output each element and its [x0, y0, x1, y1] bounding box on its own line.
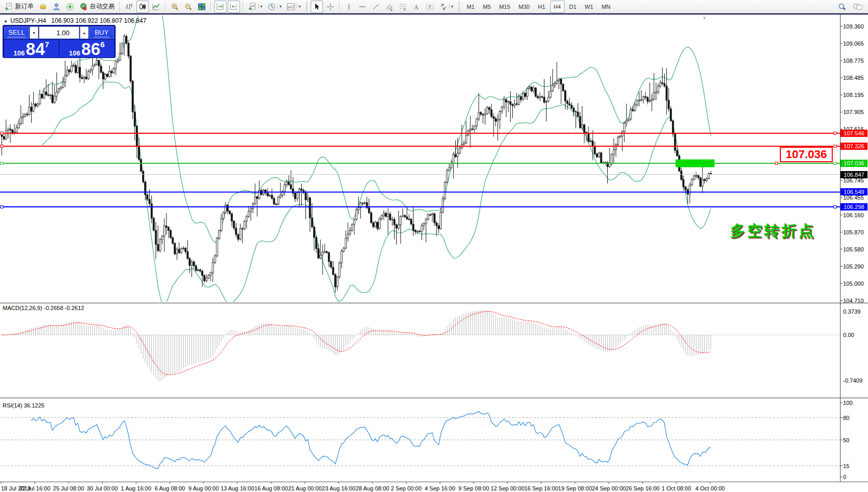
time-tick-label: 4 Oct 00:00: [691, 485, 730, 491]
text-icon: A: [412, 3, 421, 11]
volume-decrease-button[interactable]: ▼: [30, 26, 38, 39]
button-label: M30: [519, 4, 529, 10]
crosshair-button[interactable]: [324, 1, 337, 13]
line-anchor-handle[interactable]: [834, 132, 836, 135]
svg-text:+: +: [248, 5, 252, 11]
line-anchor-handle[interactable]: [834, 145, 836, 148]
candlestick-button[interactable]: [136, 1, 149, 13]
timeframe-M5-button[interactable]: M5: [479, 1, 494, 13]
dropdown-caret-icon[interactable]: ▾: [297, 4, 301, 9]
fibonacci-button[interactable]: F: [397, 1, 409, 13]
timeframe-H1-button[interactable]: H1: [534, 1, 549, 13]
line-anchor-handle[interactable]: [834, 206, 836, 208]
line-anchor-handle[interactable]: [1, 132, 3, 135]
volume-input[interactable]: 1.00: [39, 26, 79, 39]
price-level-label: 107.546: [841, 130, 867, 137]
dropdown-caret-icon[interactable]: ▾: [258, 4, 262, 9]
price-tick-label: 105.000: [843, 280, 867, 287]
macd-panel[interactable]: [0, 310, 840, 381]
rsi-tick-label: 0: [843, 473, 867, 481]
timeframe-MN-button[interactable]: MN: [598, 1, 614, 13]
buy-button[interactable]: BUY: [89, 26, 114, 39]
price-tick-label: 105.290: [843, 263, 867, 270]
timeframe-W1-button[interactable]: W1: [581, 1, 597, 13]
rsi-tick-label: 100: [843, 399, 867, 406]
collapse-triangle-icon[interactable]: ▲: [4, 19, 8, 23]
symbol-period-label: USDJPY-,H4: [10, 17, 46, 24]
shapes-icon: [439, 3, 447, 11]
toolbar-drag-handle[interactable]: [306, 2, 307, 12]
price-callout-box[interactable]: 107.036: [780, 147, 833, 162]
buy-price-tile[interactable]: 106 86 6: [60, 40, 114, 58]
line-anchor-handle[interactable]: [1, 206, 3, 208]
search-button[interactable]: [835, 1, 850, 13]
highlight-zone[interactable]: [676, 160, 715, 167]
tile-windows-button[interactable]: [195, 1, 208, 13]
timeframe-M1-button[interactable]: M1: [463, 1, 478, 13]
dropdown-caret-icon[interactable]: ▾: [449, 4, 453, 9]
chat-button[interactable]: [851, 1, 865, 13]
annotation-text[interactable]: 多空转折点: [730, 221, 829, 242]
bar-chart-button[interactable]: [123, 1, 135, 13]
last-bar-marker-icon[interactable]: ▼: [702, 16, 707, 21]
text-button[interactable]: A: [410, 1, 423, 13]
auto-scroll-button[interactable]: [214, 1, 227, 13]
profile-icon: [52, 3, 61, 11]
line-chart-button[interactable]: [150, 1, 162, 13]
line-anchor-handle[interactable]: [1, 162, 3, 165]
price-tick-label: 108.195: [843, 91, 867, 99]
chart-title: ▲USDJPY-,H4106.903 106.922 106.807 106.8…: [4, 17, 146, 24]
arrows-button[interactable]: ▾: [437, 1, 455, 13]
button-label: M15: [499, 4, 510, 10]
bollinger-lower-band: [42, 82, 711, 305]
auto-trading-icon: [79, 3, 88, 11]
price-tick-label: 108.485: [843, 74, 867, 81]
signal-button[interactable]: [64, 1, 76, 13]
zoom-in-button[interactable]: [169, 1, 181, 13]
profile-button[interactable]: [50, 1, 63, 13]
cursor-button[interactable]: [311, 1, 323, 13]
crosshair-icon: [326, 3, 334, 11]
chart-shift-button[interactable]: [228, 1, 240, 13]
sell-price-tile[interactable]: 106 84 7: [4, 40, 59, 58]
svg-text:E: E: [390, 8, 393, 11]
text-label-button[interactable]: T: [424, 1, 436, 13]
trendline-button[interactable]: [370, 1, 382, 13]
sell-price-sup: 7: [45, 41, 49, 48]
vertical-line-button[interactable]: [343, 1, 355, 13]
dropdown-caret-icon[interactable]: ▾: [277, 4, 282, 9]
volume-increase-button[interactable]: ▲: [80, 26, 89, 39]
clock-icon: [268, 3, 276, 11]
periods-button[interactable]: ▾: [265, 1, 284, 13]
templates-button[interactable]: ▾: [285, 1, 303, 13]
main-price-panel[interactable]: [1, 15, 712, 305]
price-tick-label: 104.710: [843, 297, 867, 304]
button-label: MN: [601, 4, 610, 10]
channel-button[interactable]: E: [383, 1, 396, 13]
indicators-button[interactable]: +▾: [246, 1, 264, 13]
timeframe-D1-button[interactable]: D1: [566, 1, 580, 13]
callout-anchor-handle[interactable]: [775, 162, 778, 165]
sell-button[interactable]: SELL: [4, 26, 29, 39]
timeframe-M30-button[interactable]: M30: [515, 1, 533, 13]
zoom-out-button[interactable]: [182, 1, 194, 13]
toolbar-drag-handle[interactable]: [458, 2, 460, 12]
line-anchor-handle[interactable]: [834, 162, 836, 165]
market-watch-button[interactable]: [37, 1, 49, 13]
timeframe-M15-button[interactable]: M15: [496, 1, 514, 13]
template-chart-icon: [287, 3, 295, 11]
price-tick-label: 105.580: [843, 246, 867, 253]
auto-trading-button[interactable]: 自动交易: [77, 1, 117, 13]
button-label: H1: [538, 4, 545, 10]
svg-text:T: T: [428, 4, 431, 9]
line-anchor-handle[interactable]: [1, 145, 3, 148]
terminal-window: +新订单自动交易+▾▾▾EFAT▾M1M5M15M30H1H4D1W1MN ▲U…: [0, 0, 868, 492]
rsi-panel[interactable]: [0, 412, 840, 469]
button-label: H4: [554, 4, 561, 10]
new-order-button[interactable]: +新订单: [3, 1, 36, 13]
price-level-label: 106.847: [841, 171, 867, 178]
macd-tick-label: 0.00: [843, 331, 867, 339]
chart-canvas[interactable]: [0, 15, 868, 492]
timeframe-H4-button[interactable]: H4: [550, 1, 565, 13]
horizontal-line-button[interactable]: [356, 1, 369, 13]
